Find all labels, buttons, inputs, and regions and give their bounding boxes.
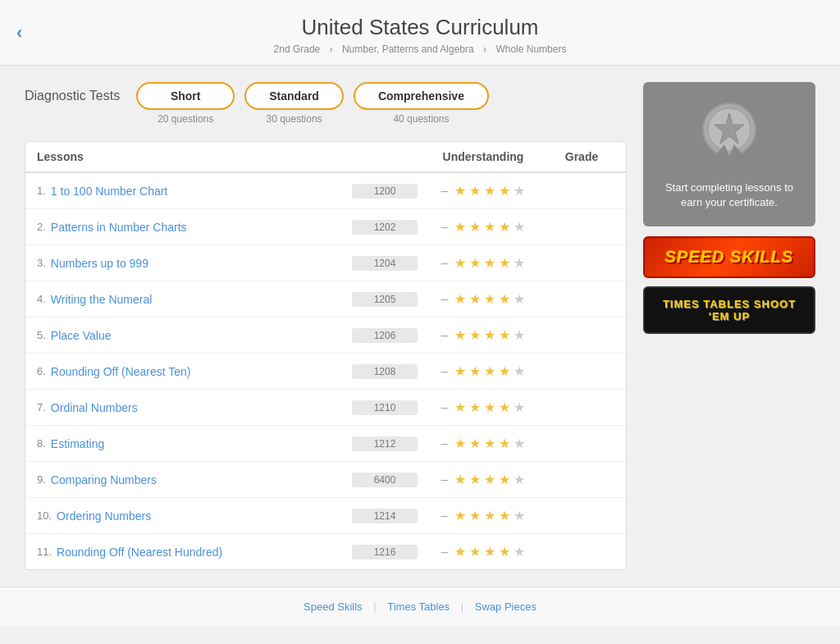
lesson-link[interactable]: Estimating xyxy=(51,437,104,450)
footer-sep2: | xyxy=(461,601,463,613)
lesson-code: 1208 xyxy=(352,364,418,379)
stars-cell: – ★ ★ ★ ★ ★ xyxy=(418,219,549,235)
star-3: ★ xyxy=(484,183,495,199)
comprehensive-test-sub: 40 questions xyxy=(393,113,449,125)
lesson-name-cell: 6. Rounding Off (Nearest Ten) xyxy=(37,365,352,378)
lesson-link[interactable]: Rounding Off (Nearest Hundred) xyxy=(57,546,222,559)
lesson-link[interactable]: Rounding Off (Nearest Ten) xyxy=(51,365,191,378)
dash-icon: – xyxy=(441,545,449,560)
breadcrumb-grade: 2nd Grade xyxy=(274,43,321,55)
lesson-number: 7. xyxy=(37,401,46,413)
table-row: 2. Patterns in Number Charts 1202 – ★ ★ … xyxy=(25,209,626,245)
diagnostic-buttons: Short 20 questions Standard 30 questions… xyxy=(136,82,489,125)
standard-test-button[interactable]: Standard xyxy=(244,82,344,110)
certificate-text: Start completing lessons to earn your ce… xyxy=(655,180,803,210)
breadcrumb-subject: Number, Patterns and Algebra xyxy=(342,43,474,55)
lesson-name-cell: 10. Ordering Numbers xyxy=(37,509,352,523)
col-lessons: Lessons xyxy=(37,150,352,163)
diagnostic-row: Diagnostic Tests Short 20 questions Stan… xyxy=(25,82,627,125)
lesson-number: 2. xyxy=(37,221,46,233)
main-content: Diagnostic Tests Short 20 questions Stan… xyxy=(0,66,840,587)
footer-speed-skills-link[interactable]: Speed Skills xyxy=(304,601,363,613)
lesson-number: 4. xyxy=(37,293,46,305)
dash-icon: – xyxy=(441,364,449,379)
stars-cell: – ★ ★ ★ ★ ★ xyxy=(418,183,549,199)
lesson-number: 11. xyxy=(37,546,52,558)
lesson-code: 1212 xyxy=(352,436,418,451)
lesson-code: 1204 xyxy=(352,256,418,271)
dash-icon: – xyxy=(441,220,449,235)
table-row: 6. Rounding Off (Nearest Ten) 1208 – ★ ★… xyxy=(25,354,626,390)
footer-swap-pieces-link[interactable]: Swap Pieces xyxy=(475,601,536,613)
standard-test-sub: 30 questions xyxy=(267,113,322,125)
breadcrumb-sep1: › xyxy=(330,43,336,55)
lesson-name-cell: 3. Numbers up to 999 xyxy=(37,257,352,270)
certificate-box: Start completing lessons to earn your ce… xyxy=(643,82,815,226)
lesson-code: 1210 xyxy=(352,400,418,415)
page-title: United States Curriculum xyxy=(8,15,832,40)
lesson-number: 5. xyxy=(37,329,46,341)
short-test-sub: 20 questions xyxy=(158,113,213,125)
lesson-link[interactable]: Place Value xyxy=(51,329,112,342)
stars-cell: – ★ ★ ★ ★ ★ xyxy=(418,472,549,487)
footer-times-tables-link[interactable]: Times Tables xyxy=(387,601,450,613)
col-grade: Grade xyxy=(549,150,614,163)
lesson-link[interactable]: Patterns in Number Charts xyxy=(51,221,187,234)
lesson-link[interactable]: Numbers up to 999 xyxy=(51,257,148,270)
lesson-code: 1214 xyxy=(352,509,418,523)
back-button[interactable]: ‹ xyxy=(16,22,22,43)
dash-icon: – xyxy=(441,473,449,487)
lesson-name-cell: 2. Patterns in Number Charts xyxy=(37,221,352,234)
page-footer: Speed Skills | Times Tables | Swap Piece… xyxy=(0,587,840,626)
table-row: 4. Writing the Numeral 1205 – ★ ★ ★ ★ ★ xyxy=(25,281,626,317)
times-tables-button[interactable]: TIMES TABLES SHOOT 'EM UP xyxy=(643,286,815,334)
dash-icon: – xyxy=(441,400,449,415)
lesson-link[interactable]: Comparing Numbers xyxy=(51,473,157,486)
lesson-number: 9. xyxy=(37,473,46,486)
lesson-name-cell: 5. Place Value xyxy=(37,329,352,342)
lesson-name-cell: 11. Rounding Off (Nearest Hundred) xyxy=(37,546,352,559)
lesson-name-cell: 8. Estimating xyxy=(37,437,352,450)
stars-cell: – ★ ★ ★ ★ ★ xyxy=(418,291,549,307)
lesson-number: 10. xyxy=(37,509,52,522)
lesson-number: 3. xyxy=(37,257,46,269)
table-row: 5. Place Value 1206 – ★ ★ ★ ★ ★ xyxy=(25,317,626,354)
col-understanding: Understanding xyxy=(418,150,549,163)
stars-cell: – ★ ★ ★ ★ ★ xyxy=(418,400,549,415)
breadcrumb-topic: Whole Numbers xyxy=(495,43,566,55)
speed-skills-label: SPEED SKILLS xyxy=(653,248,806,267)
short-test-button[interactable]: Short xyxy=(136,82,235,110)
short-test-wrap: Short 20 questions xyxy=(136,82,235,125)
table-row: 8. Estimating 1212 – ★ ★ ★ ★ ★ xyxy=(25,426,626,462)
col-code xyxy=(352,150,418,163)
page-header: ‹ United States Curriculum 2nd Grade › N… xyxy=(0,0,840,66)
table-row: 7. Ordinal Numbers 1210 – ★ ★ ★ ★ ★ xyxy=(25,390,626,426)
lesson-code: 1200 xyxy=(352,184,418,199)
dash-icon: – xyxy=(441,509,449,523)
dash-icon: – xyxy=(441,328,449,343)
lesson-name-cell: 1. 1 to 100 Number Chart xyxy=(37,185,352,198)
table-row: 10. Ordering Numbers 1214 – ★ ★ ★ ★ ★ xyxy=(25,498,626,534)
stars-cell: – ★ ★ ★ ★ ★ xyxy=(418,508,549,523)
lesson-link[interactable]: 1 to 100 Number Chart xyxy=(51,185,167,198)
table-row: 11. Rounding Off (Nearest Hundred) 1216 … xyxy=(25,534,626,569)
lessons-table-header: Lessons Understanding Grade xyxy=(25,142,626,173)
star-1: ★ xyxy=(454,183,466,199)
lesson-number: 1. xyxy=(37,185,46,197)
stars-cell: – ★ ★ ★ ★ ★ xyxy=(418,327,549,343)
lesson-code: 1216 xyxy=(352,545,418,560)
lesson-code: 1206 xyxy=(352,328,418,343)
comprehensive-test-wrap: Comprehensive 40 questions xyxy=(354,82,489,125)
dash-icon: – xyxy=(441,292,449,307)
lesson-link[interactable]: Writing the Numeral xyxy=(51,293,152,306)
comprehensive-test-button[interactable]: Comprehensive xyxy=(354,82,489,110)
lesson-link[interactable]: Ordinal Numbers xyxy=(51,401,138,414)
diagnostic-label: Diagnostic Tests xyxy=(25,82,120,103)
speed-skills-button[interactable]: SPEED SKILLS xyxy=(643,236,815,278)
lesson-link[interactable]: Ordering Numbers xyxy=(57,509,151,523)
lesson-name-cell: 7. Ordinal Numbers xyxy=(37,401,352,414)
right-panel: Start completing lessons to earn your ce… xyxy=(643,82,815,570)
table-row: 9. Comparing Numbers 6400 – ★ ★ ★ ★ ★ xyxy=(25,462,626,498)
times-tables-label: TIMES TABLES SHOOT 'EM UP xyxy=(653,298,806,322)
star-2: ★ xyxy=(469,183,481,199)
